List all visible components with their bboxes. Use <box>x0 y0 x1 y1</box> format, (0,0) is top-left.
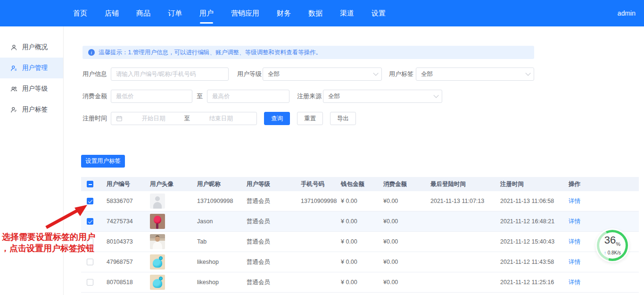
consume-amount: ¥0.00 <box>383 218 430 225</box>
nav-item-orders[interactable]: 订单 <box>168 0 182 26</box>
user-id: 58336707 <box>107 198 150 204</box>
nickname: likeshop <box>197 279 247 286</box>
user-level-value: 全部 <box>268 70 280 78</box>
nav-item-channel[interactable]: 渠道 <box>340 0 354 26</box>
nav-item-marketing[interactable]: 营销应用 <box>231 0 259 26</box>
main-content: i 温馨提示：1.管理用户信息，可以进行编辑、账户调整、等级调整和资料查看等操作… <box>64 26 644 295</box>
user-level: 普通会员 <box>247 218 301 226</box>
tip-banner: i 温馨提示：1.管理用户信息，可以进行编辑、账户调整、等级调整和资料查看等操作… <box>83 46 534 59</box>
set-user-tag-button[interactable]: 设置用户标签 <box>81 155 125 168</box>
user-info-input[interactable] <box>111 67 229 81</box>
row-checkbox[interactable] <box>87 279 93 286</box>
detail-link[interactable]: 详情 <box>569 279 580 286</box>
sidebar-item-user-overview[interactable]: 用户概况 <box>0 37 63 58</box>
sidebar-item-user-tag[interactable]: 用户标签 <box>0 99 63 120</box>
col-level: 用户等级 <box>247 180 301 188</box>
date-range-picker[interactable]: 开始日期 至 结束日期 <box>111 112 257 125</box>
calendar-icon <box>116 115 123 122</box>
col-avatar: 用户头像 <box>150 180 197 188</box>
register-time: 2021-11-13 11:06:58 <box>500 198 569 204</box>
percent-value: 36% <box>604 236 620 249</box>
export-button[interactable]: 导出 <box>330 112 356 125</box>
avatar <box>150 214 165 229</box>
col-action: 操作 <box>569 180 639 188</box>
wallet-amount: ¥ 0.00 <box>341 238 383 245</box>
consume-amount: ¥0.00 <box>383 198 430 204</box>
table-row: 80104373 Tab 普通会员 ¥ 0.00 ¥0.00 2021-11-1… <box>81 232 639 252</box>
user-tag-icon <box>10 106 17 113</box>
col-phone: 手机号码 <box>301 180 341 188</box>
user-level: 普通会员 <box>247 197 301 205</box>
register-source-label: 注册来源 <box>297 92 323 101</box>
user-overview-icon <box>10 44 17 51</box>
row-checkbox[interactable] <box>87 218 93 225</box>
nav-item-goods[interactable]: 商品 <box>136 0 150 26</box>
to-label: 至 <box>197 92 203 101</box>
filter-row-2: 消费金额 至 注册来源 全部 <box>83 90 644 103</box>
table-row: 80708518 likeshop 普通会员 ¥ 0.00 ¥0.00 2021… <box>81 272 639 293</box>
user-level-icon <box>10 85 17 93</box>
user-id: 74275734 <box>107 218 150 225</box>
user-table: 用户编号 用户头像 用户昵称 用户等级 手机号码 钱包金额 消费金额 最后登陆时… <box>81 177 639 293</box>
user-info-label: 用户信息 <box>83 70 107 78</box>
detail-link[interactable]: 详情 <box>569 259 580 265</box>
sidebar-item-user-level[interactable]: 用户等级 <box>0 78 63 99</box>
sidebar-item-label: 用户标签 <box>22 105 48 114</box>
select-all-checkbox[interactable] <box>87 181 93 187</box>
min-price-input[interactable] <box>111 90 192 103</box>
sidebar: 用户概况 用户管理 用户等级 用户标签 <box>0 26 64 295</box>
user-level-select[interactable]: 全部 <box>263 67 382 81</box>
user-level: 普通会员 <box>247 238 301 246</box>
row-checkbox[interactable] <box>87 259 93 265</box>
wallet-amount: ¥ 0.00 <box>341 279 383 286</box>
user-tag-label: 用户标签 <box>389 70 416 78</box>
detail-link[interactable]: 详情 <box>569 218 580 225</box>
detail-link[interactable]: 详情 <box>569 238 580 245</box>
row-checkbox[interactable] <box>87 198 93 204</box>
nav-item-data[interactable]: 数据 <box>308 0 322 26</box>
col-wallet: 钱包金额 <box>341 180 383 188</box>
speed-monitor-badge[interactable]: 36% ↑ 0.8K/s <box>597 230 628 261</box>
col-nickname: 用户昵称 <box>197 180 247 188</box>
chevron-down-icon <box>525 70 530 76</box>
nickname: Tab <box>197 238 247 245</box>
nav-item-finance[interactable]: 财务 <box>277 0 291 26</box>
date-to-label: 至 <box>184 115 190 123</box>
tip-text: 温馨提示：1.管理用户信息，可以进行编辑、账户调整、等级调整和资料查看等操作。 <box>99 49 322 57</box>
chevron-down-icon <box>433 93 438 98</box>
sidebar-item-user-manage[interactable]: 用户管理 <box>0 58 63 78</box>
table-row: 74275734 Jason 普通会员 ¥ 0.00 ¥0.00 2021-11… <box>81 211 639 232</box>
consume-amount: ¥0.00 <box>383 238 430 245</box>
detail-link[interactable]: 详情 <box>569 198 580 204</box>
admin-account[interactable]: admin <box>618 9 636 17</box>
filter-row-3: 注册时间 开始日期 至 结束日期 查询 重置 导出 <box>83 112 644 125</box>
sidebar-item-label: 用户管理 <box>22 64 48 72</box>
search-button[interactable]: 查询 <box>264 112 290 125</box>
upload-speed: ↑ 0.8K/s <box>604 250 621 255</box>
last-login-time: 2021-11-13 11:07:13 <box>430 198 500 204</box>
consume-amount: ¥0.00 <box>383 259 430 265</box>
register-time: 2021-11-12 16:48:21 <box>500 218 569 225</box>
consume-amount: ¥0.00 <box>383 279 430 286</box>
top-navbar: 首页 店铺 商品 订单 用户 营销应用 财务 数据 渠道 设置 admin <box>0 0 644 26</box>
nav-item-settings[interactable]: 设置 <box>372 0 386 26</box>
register-time: 2021-11-12 11:25:16 <box>500 279 569 286</box>
reset-button[interactable]: 重置 <box>297 112 323 125</box>
nav-item-shop[interactable]: 店铺 <box>105 0 119 26</box>
user-tag-select[interactable]: 全部 <box>416 67 534 81</box>
sidebar-item-label: 用户等级 <box>22 84 48 93</box>
nav-item-users[interactable]: 用户 <box>199 0 214 26</box>
table-row: 58336707 13710909998 普通会员 13710909998 ¥ … <box>81 191 639 211</box>
nav-item-home[interactable]: 首页 <box>73 0 87 26</box>
table-row: 47968757 likeshop 普通会员 ¥ 0.00 ¥0.00 2021… <box>81 252 639 272</box>
avatar <box>150 254 165 270</box>
user-level: 普通会员 <box>247 258 301 266</box>
consume-amount-label: 消费金额 <box>83 92 107 101</box>
sidebar-item-label: 用户概况 <box>22 43 48 51</box>
info-icon: i <box>88 49 95 56</box>
max-price-input[interactable] <box>207 90 289 103</box>
register-source-select[interactable]: 全部 <box>323 90 442 103</box>
row-checkbox[interactable] <box>87 238 93 245</box>
avatar <box>150 234 165 249</box>
col-reg-time: 注册时间 <box>500 180 569 188</box>
